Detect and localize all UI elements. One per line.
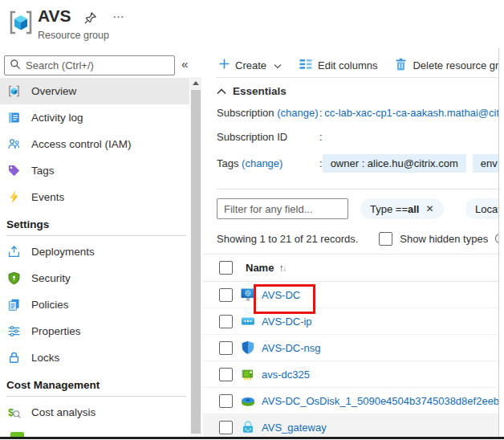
properties-sliders-icon [7, 324, 21, 338]
sidebar-item-label: Tags [31, 165, 55, 177]
resource-group-icon [6, 8, 35, 40]
name-column-header[interactable]: Name [246, 262, 274, 274]
tag-icon [7, 164, 21, 177]
sidebar-item-label: Deployments [31, 246, 95, 258]
subscription-label: Subscription (change) [217, 107, 319, 119]
row-checkbox[interactable] [219, 421, 233, 434]
edit-columns-button[interactable]: Edit columns [299, 59, 377, 72]
tags-change-link[interactable]: (change) [242, 157, 282, 169]
cost-analysis-icon: $ [7, 405, 21, 419]
resource-link[interactable]: AVS-DC [262, 289, 300, 301]
create-button[interactable]: Create [219, 59, 282, 71]
location-filter-pill[interactable]: Location [465, 198, 499, 219]
virtual-network-gateway-icon [241, 420, 255, 434]
search-icon [10, 59, 21, 73]
resource-link[interactable]: AVS_gateway [262, 422, 327, 434]
more-actions-button[interactable]: … [112, 6, 125, 20]
close-icon[interactable]: ✕ [425, 203, 433, 214]
sidebar-item-overview[interactable]: Overview [0, 78, 189, 104]
tag-pill-owner[interactable]: owner : alice.hu@citrix.com [323, 154, 466, 173]
chevron-up-icon [217, 85, 226, 97]
network-interface-icon [241, 367, 255, 381]
subscription-id-row: Subscription ID : [217, 128, 499, 145]
sidebar-item-properties[interactable]: Properties [0, 318, 189, 344]
edit-columns-icon [299, 59, 312, 72]
records-count-text: Showing 1 to 21 of 21 records. [217, 233, 358, 245]
scrollbar-up-arrow[interactable] [190, 77, 201, 89]
azure-resource-group-page: AVS … Resource group « [0, 0, 504, 440]
records-summary-row: Showing 1 to 21 of 21 records. Show hidd… [217, 230, 499, 246]
sidebar-item-events[interactable]: Events [0, 184, 189, 210]
location-filter-label: Location [475, 203, 499, 215]
lock-icon [7, 351, 21, 365]
resource-link[interactable]: AVS-DC-nsg [262, 342, 320, 354]
table-row-avs-dc-osdisk[interactable]: AVS-DC_OsDisk_1_5090e4504b3745038d8ef2ee… [203, 388, 499, 414]
security-shield-icon [7, 271, 21, 285]
sidebar-item-tags[interactable]: Tags [0, 157, 189, 184]
window-bottom-edge [0, 437, 504, 439]
create-label: Create [235, 59, 266, 71]
search-input[interactable] [26, 59, 169, 71]
select-all-checkbox[interactable] [219, 261, 233, 275]
resources-table: Name ↑ ↓ AVS-DC [203, 254, 499, 437]
sidebar-item-label: Security [31, 272, 71, 284]
delete-resource-group-button[interactable]: Delete resource group [395, 58, 499, 73]
table-row-avs-dc-nsg[interactable]: AVS-DC-nsg [203, 335, 499, 361]
sidebar-item-cost-analysis[interactable]: $ Cost analysis [0, 399, 189, 426]
sidebar-item-access-control[interactable]: Access control (IAM) [0, 131, 189, 157]
divider [217, 77, 499, 78]
sidebar-item-locks[interactable]: Locks [0, 344, 189, 371]
sidebar-item-deployments[interactable]: Deployments [0, 238, 189, 265]
row-checkbox[interactable] [219, 341, 233, 355]
row-checkbox[interactable] [219, 315, 233, 328]
public-ip-address-icon [241, 314, 255, 328]
divider [6, 235, 186, 236]
divider [6, 396, 186, 397]
pin-icon[interactable] [83, 11, 97, 28]
sidebar-item-policies[interactable]: Policies [0, 291, 189, 318]
row-checkbox[interactable] [219, 368, 233, 381]
subscription-change-link[interactable]: (change) [277, 107, 318, 119]
sidebar-item-label: Activity log [31, 112, 83, 124]
scrollbar-thumb[interactable] [191, 90, 201, 434]
resource-type-subtitle: Resource group [38, 30, 109, 41]
sort-descending-icon[interactable]: ↓ [282, 263, 287, 274]
sidebar-item-label: Locks [31, 352, 59, 364]
policies-icon [7, 298, 21, 312]
resource-link[interactable]: AVS-DC-ip [262, 316, 312, 328]
table-row-avs-gateway[interactable]: AVS_gateway [203, 414, 499, 437]
filter-input[interactable] [217, 198, 348, 219]
access-control-icon [7, 137, 21, 151]
sidebar-search[interactable] [4, 55, 175, 75]
colon: : [319, 131, 331, 143]
sidebar-scrollbar[interactable] [190, 77, 201, 437]
collapse-sidebar-button[interactable]: « [181, 57, 188, 71]
divider [217, 189, 499, 189]
sidebar-item-security[interactable]: Security [0, 265, 189, 291]
show-hidden-types-checkbox[interactable] [379, 232, 392, 246]
essentials-title: Essentials [233, 85, 287, 97]
subscription-value-link[interactable]: cc-lab-xac-cp1-ca-aakash.mathai@cit [324, 107, 499, 119]
content-right-border [498, 48, 499, 437]
disk-icon [241, 393, 255, 408]
tag-pill-env[interactable]: env [473, 154, 499, 173]
subscription-row: Subscription (change) : cc-lab-xac-cp1-c… [217, 104, 499, 120]
resource-link[interactable]: AVS-DC_OsDisk_1_5090e4504b3745038d8ef2ee… [262, 395, 499, 407]
virtual-machine-icon [241, 287, 255, 302]
deployments-icon [7, 245, 21, 259]
resource-link[interactable]: avs-dc325 [262, 369, 310, 381]
table-row-avs-dc-ip[interactable]: AVS-DC-ip [203, 308, 499, 335]
command-bar: Create [219, 53, 499, 77]
sidebar-nav: Overview Activity log [0, 78, 189, 437]
row-checkbox[interactable] [219, 288, 233, 302]
essentials-toggle[interactable]: Essentials [217, 85, 287, 97]
table-row-avs-dc325[interactable]: avs-dc325 [203, 361, 499, 388]
table-row-avs-dc[interactable]: AVS-DC [203, 282, 499, 308]
sidebar-item-label: Events [31, 191, 64, 203]
sidebar-item-label: Policies [31, 299, 69, 311]
sidebar-item-activity-log[interactable]: Activity log [0, 104, 189, 131]
sidebar-item-label: Properties [31, 325, 81, 337]
type-filter-pill[interactable]: Type == all ✕ [360, 198, 444, 219]
row-checkbox[interactable] [219, 394, 233, 408]
sidebar-item-label: Overview [31, 85, 76, 97]
